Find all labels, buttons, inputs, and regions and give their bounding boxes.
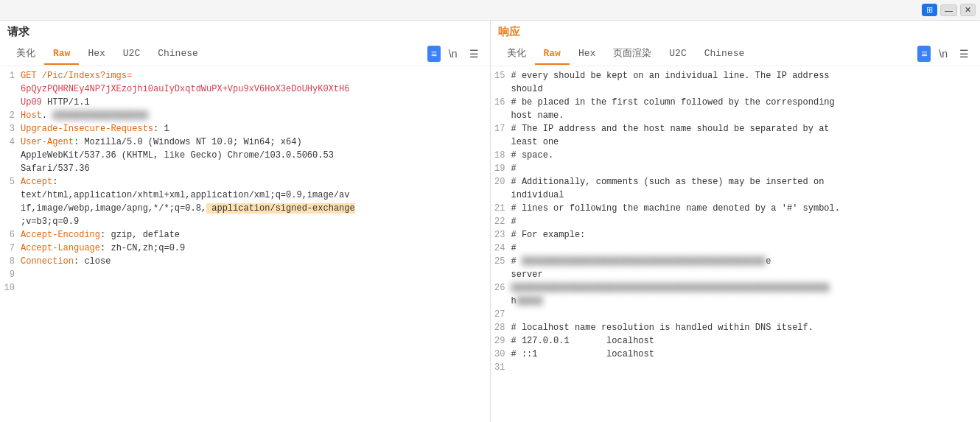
layout-toggle-button[interactable]: ⊞ — [922, 4, 937, 16]
table-row: if,image/webp,image/apng,*/*;q=0.8, appl… — [0, 202, 490, 215]
tab-u2c-req[interactable]: U2C — [114, 43, 149, 65]
table-row: 4 User-Agent: Mozilla/5.0 (Windows NT 10… — [0, 136, 490, 149]
table-row: server — [491, 268, 981, 281]
tab-hex-req[interactable]: Hex — [79, 43, 113, 65]
table-row: 23 # For example: — [491, 228, 981, 242]
table-row: 16 # be placed in the first column follo… — [491, 96, 981, 109]
tab-raw-req[interactable]: Raw — [44, 43, 79, 65]
table-row: 15 # every should be kept on an individu… — [491, 69, 981, 82]
response-panel: 响应 美化 Raw Hex 页面渲染 U2C Chinese ≡ \n ☰ 15… — [491, 21, 981, 422]
table-row: 27 — [491, 308, 981, 321]
wrap-toggle-req[interactable]: ≡ — [427, 46, 441, 62]
tab-pagerender-res[interactable]: 页面渲染 — [604, 42, 660, 66]
table-row: 21 # lines or following the machine name… — [491, 202, 981, 215]
table-row: 5 Accept: — [0, 175, 490, 189]
request-tabs: 美化 Raw Hex U2C Chinese ≡ \n ☰ — [7, 42, 483, 66]
table-row: text/html,application/xhtml+xml,applicat… — [0, 189, 490, 202]
tab-beautify-res[interactable]: 美化 — [498, 42, 535, 66]
tab-chinese-res[interactable]: Chinese — [696, 43, 754, 65]
tab-u2c-res[interactable]: U2C — [660, 43, 695, 65]
response-header: 响应 美化 Raw Hex 页面渲染 U2C Chinese ≡ \n ☰ — [491, 21, 981, 66]
tab-chinese-req[interactable]: Chinese — [149, 43, 207, 65]
close-button[interactable]: ✕ — [960, 4, 976, 16]
table-row: 17 # The IP address and the host name sh… — [491, 122, 981, 136]
menu-btn-req[interactable]: ☰ — [466, 46, 483, 62]
request-panel: 请求 美化 Raw Hex U2C Chinese ≡ \n ☰ 1 GET /… — [0, 21, 491, 422]
table-row: 24 # — [491, 242, 981, 255]
table-row: 25 # ███████████████████████████████████… — [491, 255, 981, 268]
table-row: 18 # space. — [491, 149, 981, 162]
table-row: 10 — [0, 281, 490, 295]
table-row: AppleWebKit/537.36 (KHTML, like Gecko) C… — [0, 149, 490, 162]
minimize-button[interactable]: — — [940, 4, 957, 16]
table-row: 8 Connection: close — [0, 255, 490, 268]
table-row: ;v=b3;q=0.9 — [0, 215, 490, 228]
newline-btn-res[interactable]: \n — [935, 46, 951, 62]
wrap-toggle-res[interactable]: ≡ — [917, 46, 931, 62]
response-content[interactable]: 15 # every should be kept on an individu… — [491, 66, 981, 422]
table-row: 26 █████████████████████████████████████… — [491, 281, 981, 295]
tab-hex-res[interactable]: Hex — [570, 43, 604, 65]
response-tabs: 美化 Raw Hex 页面渲染 U2C Chinese ≡ \n ☰ — [498, 42, 973, 66]
tab-beautify-req[interactable]: 美化 — [7, 42, 44, 66]
table-row: 20 # Additionally, comments (such as the… — [491, 175, 981, 189]
menu-btn-res[interactable]: ☰ — [956, 46, 973, 62]
tab-raw-res[interactable]: Raw — [535, 43, 570, 65]
table-row: 6 Accept-Encoding: gzip, deflate — [0, 228, 490, 242]
table-row: h█████ — [491, 295, 981, 308]
table-row: 19 # — [491, 162, 981, 175]
table-row: 22 # — [491, 215, 981, 228]
table-row: 28 # localhost name resolution is handle… — [491, 321, 981, 334]
table-row: least one — [491, 136, 981, 149]
request-title: 请求 — [7, 25, 483, 39]
table-row: Up09 HTTP/1.1 — [0, 96, 490, 109]
newline-btn-req[interactable]: \n — [445, 46, 461, 62]
table-row: 1 GET /Pic/Indexs?imgs= — [0, 69, 490, 82]
request-header: 请求 美化 Raw Hex U2C Chinese ≡ \n ☰ — [0, 21, 490, 66]
table-row: individual — [491, 189, 981, 202]
table-row: 7 Accept-Language: zh-CN,zh;q=0.9 — [0, 242, 490, 255]
table-row: 3 Upgrade-Insecure-Requests: 1 — [0, 122, 490, 136]
table-row: 30 # ::1 localhost — [491, 348, 981, 361]
table-row: 6pQyzPQHRNEy4NP7jXEzojhi0auIyDxqtdWuPX+V… — [0, 82, 490, 96]
table-row: 2 Host. ██████████████████ — [0, 109, 490, 122]
table-row: 29 # 127.0.0.1 localhost — [491, 334, 981, 348]
response-title: 响应 — [498, 25, 973, 39]
table-row: 9 — [0, 268, 490, 281]
request-content[interactable]: 1 GET /Pic/Indexs?imgs= 6pQyzPQHRNEy4NP7… — [0, 66, 490, 422]
table-row: host name. — [491, 109, 981, 122]
table-row: should — [491, 82, 981, 96]
table-row: Safari/537.36 — [0, 162, 490, 175]
table-row: 31 — [491, 361, 981, 374]
